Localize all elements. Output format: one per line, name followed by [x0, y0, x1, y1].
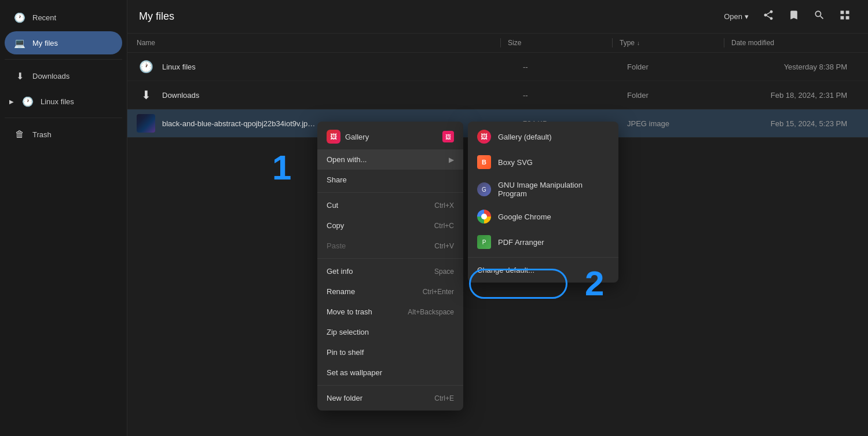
- file-name-downloads: Downloads: [162, 91, 523, 100]
- sidebar-item-downloads-label: Downloads: [32, 72, 69, 80]
- submenu-divider: [468, 257, 618, 258]
- context-menu-move-to-trash[interactable]: Move to trash Alt+Backspace: [317, 302, 463, 322]
- sidebar: 🕐 Recent 💻 My files ⬇ Downloads ▶ 🕐 Linu…: [0, 0, 127, 436]
- gallery-label: Gallery: [345, 133, 369, 141]
- file-icon-downloads: ⬇: [137, 86, 155, 104]
- boxy-svg-icon: B: [477, 155, 491, 169]
- rename-shortcut: Ctrl+Enter: [423, 288, 454, 296]
- sidebar-item-my-files-label: My files: [32, 39, 58, 47]
- submenu-change-default[interactable]: Change default...: [468, 260, 618, 280]
- gallery-default-label: Gallery (default): [498, 133, 551, 141]
- share-button[interactable]: [757, 6, 780, 27]
- sidebar-item-my-files[interactable]: 💻 My files: [5, 31, 122, 54]
- file-type-linux: Folder: [627, 63, 731, 71]
- file-type-image: JPEG image: [627, 119, 731, 128]
- file-name-linux: Linux files: [162, 63, 523, 71]
- context-menu-copy[interactable]: Copy Ctrl+C: [317, 215, 463, 236]
- col-name-label: Name: [137, 39, 155, 47]
- zip-label: Zip selection: [327, 328, 369, 336]
- share-label: Share: [327, 175, 347, 184]
- file-size-downloads: --: [523, 91, 627, 100]
- sidebar-item-recent[interactable]: 🕐 Recent: [5, 6, 122, 29]
- context-menu-zip[interactable]: Zip selection: [317, 322, 463, 342]
- col-name-header[interactable]: Name: [137, 39, 500, 47]
- col-type-header[interactable]: Type ↓: [620, 39, 724, 47]
- move-to-trash-shortcut: Alt+Backspace: [408, 308, 454, 316]
- file-thumb-image: [137, 114, 155, 133]
- context-menu-cut[interactable]: Cut Ctrl+X: [317, 195, 463, 215]
- change-default-label: Change default...: [477, 266, 534, 274]
- file-date-linux: Yesterday 8:38 PM: [731, 63, 859, 71]
- sidebar-item-trash[interactable]: 🗑 Trash: [5, 123, 122, 146]
- new-folder-label: New folder: [327, 394, 362, 402]
- submenu-pdf-arranger[interactable]: P PDF Arranger: [468, 229, 618, 255]
- sidebar-item-linux-files[interactable]: ▶ 🕐 Linux files: [5, 90, 122, 113]
- my-files-icon: 💻: [14, 37, 25, 49]
- toolbar: My files Open ▾: [127, 0, 868, 34]
- submenu-gallery-default[interactable]: 🖼 Gallery (default): [468, 124, 618, 149]
- downloads-icon: ⬇: [14, 70, 25, 82]
- new-folder-shortcut: Ctrl+E: [434, 394, 454, 402]
- col-sep-3: [724, 38, 724, 47]
- col-sep-1: [500, 38, 501, 47]
- context-menu-set-wallpaper[interactable]: Set as wallpaper: [317, 362, 463, 383]
- context-menu-open-with[interactable]: Open with... ▶: [317, 149, 463, 170]
- context-menu-gallery[interactable]: 🖼 Gallery 🖼: [317, 124, 463, 149]
- context-menu-pin-to-shelf[interactable]: Pin to shelf: [317, 342, 463, 362]
- boxy-svg-label: Boxy SVG: [498, 158, 533, 167]
- copy-label: Copy: [327, 221, 344, 230]
- file-type-downloads: Folder: [627, 91, 731, 100]
- context-menu-share[interactable]: Share: [317, 170, 463, 190]
- view-grid-button[interactable]: [833, 6, 856, 27]
- col-type-label: Type: [620, 39, 635, 47]
- get-info-label: Get info: [327, 267, 353, 276]
- submenu-boxy-svg[interactable]: B Boxy SVG: [468, 149, 618, 175]
- paste-label: Paste: [327, 241, 346, 250]
- context-menu-rename[interactable]: Rename Ctrl+Enter: [317, 281, 463, 302]
- open-label: Open: [724, 12, 742, 21]
- context-menu: 🖼 Gallery 🖼 Open with... ▶ Share Cut Ctr…: [317, 122, 463, 411]
- paste-shortcut: Ctrl+V: [434, 242, 454, 250]
- cut-shortcut: Ctrl+X: [434, 201, 454, 210]
- table-row[interactable]: ⬇ Downloads -- Folder Feb 18, 2024, 2:31…: [127, 81, 868, 109]
- page-title: My files: [139, 10, 718, 23]
- col-size-header[interactable]: Size: [508, 39, 612, 47]
- submenu-gimp[interactable]: G GNU Image Manipulation Program: [468, 175, 618, 204]
- context-menu-paste[interactable]: Paste Ctrl+V: [317, 236, 463, 256]
- sidebar-item-downloads[interactable]: ⬇ Downloads: [5, 64, 122, 87]
- col-size-label: Size: [508, 39, 521, 47]
- col-date-label: Date modified: [731, 39, 774, 47]
- expand-arrow-icon: ▶: [9, 98, 14, 105]
- col-date-header[interactable]: Date modified: [731, 39, 859, 47]
- submenu-arrow-icon: ▶: [449, 156, 454, 164]
- context-divider-1: [317, 192, 463, 193]
- context-menu-get-info[interactable]: Get info Space: [317, 261, 463, 281]
- submenu: 🖼 Gallery (default) B Boxy SVG G GNU Ima…: [468, 122, 618, 283]
- table-row[interactable]: 🕐 Linux files -- Folder Yesterday 8:38 P…: [127, 53, 868, 81]
- open-button[interactable]: Open ▾: [718, 9, 755, 24]
- sort-arrow-icon: ↓: [637, 40, 640, 46]
- gimp-label: GNU Image Manipulation Program: [498, 181, 609, 198]
- bookmarks-button[interactable]: [782, 6, 805, 27]
- share-icon: [763, 9, 774, 24]
- bookmarks-icon: [788, 9, 800, 24]
- context-menu-new-folder[interactable]: New folder Ctrl+E: [317, 388, 463, 408]
- sidebar-item-recent-label: Recent: [32, 13, 56, 22]
- pin-to-shelf-label: Pin to shelf: [327, 348, 364, 357]
- linux-files-icon: 🕐: [22, 96, 34, 107]
- chrome-label: Google Chrome: [498, 212, 551, 221]
- chrome-icon: [477, 210, 491, 224]
- trash-icon: 🗑: [14, 129, 25, 140]
- cut-label: Cut: [327, 201, 338, 210]
- grid-icon: [839, 9, 851, 24]
- gallery-app-icon: 🖼: [442, 131, 454, 142]
- search-button[interactable]: [808, 6, 831, 27]
- submenu-chrome[interactable]: Google Chrome: [468, 204, 618, 229]
- rename-label: Rename: [327, 287, 355, 296]
- sidebar-divider-1: [5, 59, 122, 60]
- col-sep-2: [612, 38, 613, 47]
- pdf-arranger-label: PDF Arranger: [498, 238, 544, 247]
- gallery-icon: 🖼: [327, 130, 340, 144]
- sidebar-divider-2: [5, 118, 122, 118]
- set-wallpaper-label: Set as wallpaper: [327, 368, 382, 377]
